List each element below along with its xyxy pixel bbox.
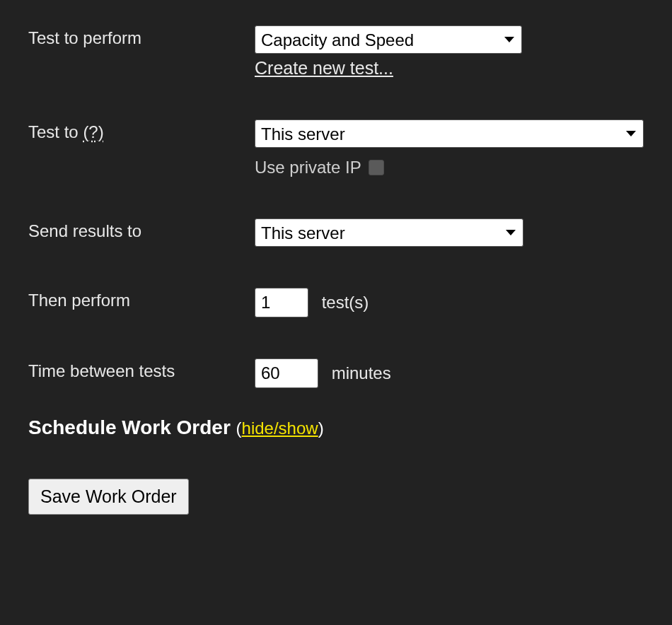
row-test-to-perform: Test to perform Capacity and Speed Creat… xyxy=(28,25,644,78)
select-test-to[interactable]: This server xyxy=(255,119,644,148)
suffix-minutes: minutes xyxy=(332,363,391,382)
select-send-results-to[interactable]: This server xyxy=(255,218,523,247)
row-use-private-ip: Use private IP xyxy=(255,158,644,177)
field-send-results-to: This server xyxy=(255,218,644,247)
label-send-results-to: Send results to xyxy=(28,218,255,241)
label-test-to-text: Test to xyxy=(28,122,79,141)
select-test-to-perform[interactable]: Capacity and Speed xyxy=(255,25,522,54)
label-use-private-ip: Use private IP xyxy=(255,158,361,177)
field-then-perform: test(s) xyxy=(255,288,644,317)
suffix-tests: test(s) xyxy=(322,293,369,312)
link-hide-show[interactable]: hide/show xyxy=(242,419,318,438)
label-test-to: Test to (?) xyxy=(28,119,255,142)
row-test-to: Test to (?) This server Use private IP xyxy=(28,119,644,177)
input-then-perform-count[interactable] xyxy=(255,288,308,317)
row-then-perform: Then perform test(s) xyxy=(28,288,644,317)
input-time-between[interactable] xyxy=(255,358,318,388)
help-test-to[interactable]: (?) xyxy=(83,122,103,141)
label-then-perform: Then perform xyxy=(28,288,255,310)
row-time-between: Time between tests minutes xyxy=(28,358,644,388)
label-time-between: Time between tests xyxy=(28,358,255,381)
row-send-results-to: Send results to This server xyxy=(28,218,644,247)
heading-schedule-title: Schedule Work Order xyxy=(28,416,231,438)
field-time-between: minutes xyxy=(255,358,644,388)
checkbox-use-private-ip[interactable] xyxy=(369,160,384,175)
field-test-to-perform: Capacity and Speed Create new test... xyxy=(255,25,644,78)
field-test-to: This server Use private IP xyxy=(255,119,644,177)
label-test-to-perform: Test to perform xyxy=(28,25,255,48)
link-create-new-test[interactable]: Create new test... xyxy=(255,58,393,78)
save-work-order-button[interactable]: Save Work Order xyxy=(28,479,189,515)
heading-schedule-work-order: Schedule Work Order (hide/show) xyxy=(28,416,644,439)
